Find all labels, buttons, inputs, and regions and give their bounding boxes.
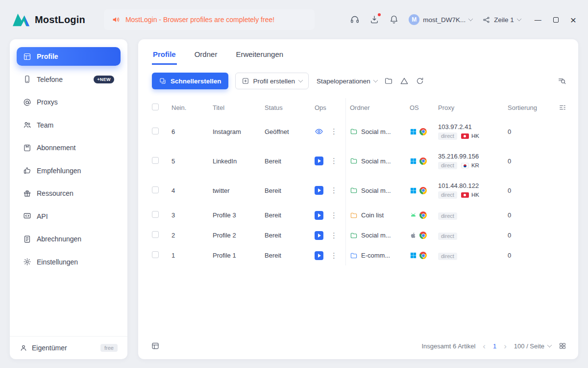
row-ops: ⋮ — [315, 146, 346, 176]
next-page-icon[interactable]: › — [504, 342, 507, 350]
row-menu-icon[interactable]: ⋮ — [329, 157, 339, 165]
row-checkbox[interactable] — [152, 231, 159, 238]
folder-icon — [350, 211, 358, 219]
tabs: Profile Ordner Erweiterungen — [138, 48, 578, 65]
android-icon — [410, 211, 417, 219]
windows-icon — [410, 158, 417, 165]
col-header-sortierung: Sortierung — [508, 104, 555, 111]
col-header-status: Status — [265, 104, 315, 111]
maximize-button[interactable] — [553, 17, 559, 23]
sidebar-item-abonnement[interactable]: Abonnement — [17, 138, 121, 157]
pagination: Insgesamt 6 Artikel ‹ 1 › 100 / Seite — [421, 342, 566, 350]
chevron-down-icon — [298, 78, 303, 82]
card-icon — [23, 144, 31, 152]
line-selector[interactable]: Zeile 1 — [482, 16, 521, 24]
support-headset-icon[interactable] — [350, 15, 360, 25]
start-profile-play-button[interactable] — [315, 231, 323, 240]
row-checkbox[interactable] — [152, 186, 159, 193]
row-number: 2 — [172, 232, 213, 239]
account-menu[interactable]: M most_DW7K... — [409, 14, 472, 25]
sidebar-item-abrechnungen[interactable]: Abrechnungen — [17, 230, 121, 248]
page-size-select[interactable]: 100 / Seite — [514, 342, 551, 350]
tab-erweiterungen[interactable]: Erweiterungen — [235, 48, 284, 65]
windows-icon — [410, 187, 417, 194]
profile-status: Bereit — [265, 187, 315, 194]
proxy-mode-tag: direct — [438, 233, 457, 240]
minimize-button[interactable]: — — [535, 16, 541, 24]
row-checkbox[interactable] — [152, 211, 159, 218]
recycle-triangle-icon[interactable] — [400, 77, 409, 85]
sidebar-item-api[interactable]: API — [17, 207, 121, 226]
row-menu-icon[interactable]: ⋮ — [329, 211, 339, 220]
sidebar-item-team[interactable]: Team — [17, 116, 121, 134]
row-checkbox[interactable] — [152, 157, 159, 164]
start-profile-play-button[interactable] — [315, 251, 323, 260]
row-proxy: direct — [438, 231, 508, 240]
sidebar-item-proxys[interactable]: Proxys — [17, 93, 121, 111]
row-menu-icon[interactable]: ⋮ — [329, 231, 339, 240]
prev-page-icon[interactable]: ‹ — [483, 342, 486, 350]
current-page[interactable]: 1 — [493, 342, 496, 350]
table-row: 2 Profile 2 Bereit ⋮ Social m... direct … — [138, 225, 578, 245]
row-proxy: direct — [438, 251, 508, 260]
batch-operations-dropdown[interactable]: Stapeloperationen — [317, 78, 377, 85]
tab-ordner[interactable]: Ordner — [194, 48, 219, 65]
row-folder: Social m... — [346, 232, 410, 239]
quick-create-button[interactable]: Schnellerstellen — [152, 73, 228, 89]
select-all-checkbox[interactable] — [152, 104, 159, 110]
proxy-ip: 101.44.80.122 — [438, 182, 508, 190]
column-settings-icon[interactable] — [559, 104, 566, 111]
folder-tool-icon[interactable] — [384, 77, 393, 85]
grid-icon — [23, 53, 31, 61]
table-row: 5 LinkedIn Bereit ⋮ Social m... 35.216.9… — [138, 146, 578, 176]
country-flag-icon — [461, 192, 469, 198]
plan-badge: free — [100, 344, 118, 352]
row-menu-icon[interactable]: ⋮ — [329, 127, 339, 136]
header-actions: M most_DW7K... Zeile 1 — × — [350, 14, 576, 25]
col-header-nein: Nein. — [172, 104, 213, 111]
col-header-ops: Ops — [315, 98, 346, 117]
owner-label: Eigentümer — [32, 344, 67, 352]
table-body: 6 Instagram Geöffnet ⋮ Social m... 103.9… — [138, 117, 578, 265]
row-proxy: 103.97.2.41 direct HK — [438, 123, 508, 140]
row-checkbox[interactable] — [152, 251, 159, 258]
profile-status: Geöffnet — [265, 128, 315, 135]
sidebar-item-ressourcen[interactable]: Ressourcen — [17, 184, 121, 203]
recover-board-icon[interactable] — [151, 342, 160, 350]
row-number: 3 — [172, 211, 213, 219]
close-button[interactable]: × — [570, 15, 576, 25]
quick-create-icon — [159, 77, 167, 85]
sidebar-item-telefone[interactable]: Telefone +NEW — [17, 70, 121, 89]
sidebar-item-empfehlungen[interactable]: Empfehlungen — [17, 161, 121, 180]
row-os — [410, 232, 438, 239]
proxy-mode-tag: direct — [438, 191, 457, 199]
line-icon — [482, 16, 490, 24]
sidebar-item-einstellungen[interactable]: Einstellungen — [17, 253, 121, 271]
row-os — [410, 128, 438, 135]
proxy-mode-tag: direct — [438, 212, 457, 220]
profile-status: Bereit — [265, 211, 315, 219]
grid-view-icon[interactable] — [559, 342, 566, 350]
refresh-icon[interactable] — [416, 77, 424, 85]
row-sort: 0 — [508, 232, 555, 239]
download-icon[interactable] — [369, 15, 379, 25]
create-profile-button[interactable]: Profil erstellen — [235, 73, 309, 89]
row-folder: Social m... — [346, 128, 410, 135]
start-profile-play-button[interactable] — [315, 211, 323, 220]
bell-icon[interactable] — [389, 15, 399, 25]
search-filter-icon[interactable] — [558, 77, 566, 85]
row-ops: ⋮ — [315, 245, 346, 265]
plus-square-icon — [242, 77, 249, 85]
start-profile-play-button[interactable] — [315, 186, 323, 195]
country-code: KR — [471, 162, 479, 168]
view-profile-eye-icon[interactable] — [315, 127, 323, 136]
row-menu-icon[interactable]: ⋮ — [329, 251, 339, 260]
sidebar-item-profile[interactable]: Profile — [17, 47, 121, 66]
start-profile-play-button[interactable] — [315, 157, 323, 165]
row-checkbox[interactable] — [152, 128, 159, 134]
proxy-ip: 103.97.2.41 — [438, 123, 508, 131]
tab-profile[interactable]: Profile — [152, 48, 177, 65]
row-menu-icon[interactable]: ⋮ — [329, 186, 339, 195]
sidebar-footer[interactable]: Eigentümer free — [10, 336, 127, 359]
account-name: most_DW7K... — [423, 16, 466, 24]
